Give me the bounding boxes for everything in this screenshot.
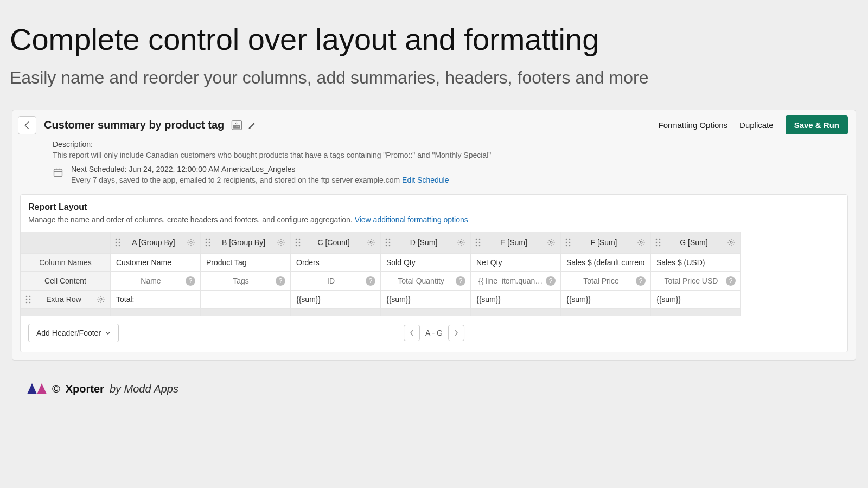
cell-content-cell[interactable]: {{ line_item.quantity * line_it? — [470, 272, 560, 290]
svg-point-60 — [26, 302, 28, 304]
pager-prev-button[interactable] — [404, 325, 420, 341]
help-icon[interactable]: ? — [276, 276, 285, 286]
column-name-input[interactable] — [111, 254, 200, 271]
svg-point-22 — [299, 239, 301, 240]
svg-point-44 — [566, 242, 567, 243]
column-pager: A - G — [404, 325, 464, 341]
svg-point-7 — [116, 239, 117, 240]
cell-content-cell[interactable]: Name? — [110, 272, 200, 290]
extra-row-input[interactable] — [471, 291, 560, 308]
svg-point-19 — [209, 245, 210, 247]
extra-row-input[interactable] — [381, 291, 470, 308]
cell-content-cell[interactable]: Total Price? — [560, 272, 650, 290]
svg-point-15 — [209, 239, 210, 240]
column-header[interactable]: E [Sum] — [470, 232, 560, 253]
schedule-details: Every 7 days, saved to the app, emailed … — [71, 176, 449, 184]
column-settings-button[interactable] — [367, 238, 375, 247]
extra-row-input[interactable] — [651, 291, 740, 308]
svg-point-62 — [100, 298, 102, 300]
svg-point-8 — [119, 239, 120, 240]
column-header[interactable]: G [Sum] — [650, 232, 741, 253]
view-formatting-options-link[interactable]: View additional formatting options — [355, 215, 468, 224]
column-settings-button[interactable] — [457, 238, 465, 247]
column-settings-button[interactable] — [277, 238, 285, 247]
help-icon[interactable]: ? — [186, 276, 195, 286]
svg-point-46 — [566, 245, 567, 247]
caret-down-icon — [105, 331, 111, 335]
column-settings-button[interactable] — [727, 238, 736, 247]
svg-point-57 — [29, 296, 31, 297]
drag-handle-icon[interactable] — [385, 238, 391, 247]
column-name-cell — [380, 253, 470, 272]
svg-text:csv: csv — [235, 125, 239, 128]
duplicate-link[interactable]: Duplicate — [739, 120, 774, 130]
svg-point-48 — [640, 241, 642, 243]
svg-point-12 — [119, 245, 120, 247]
svg-point-27 — [370, 241, 372, 243]
column-name-input[interactable] — [471, 254, 560, 271]
drag-handle-icon[interactable] — [475, 238, 481, 247]
help-icon[interactable]: ? — [456, 276, 465, 286]
schedule-details-text: Every 7 days, saved to the app, emailed … — [71, 176, 402, 184]
column-settings-button[interactable] — [187, 238, 195, 247]
add-header-footer-button[interactable]: Add Header/Footer — [28, 324, 119, 342]
column-name-input[interactable] — [561, 254, 650, 271]
extra-row-settings-button[interactable] — [97, 295, 105, 304]
svg-point-30 — [386, 242, 387, 243]
column-name-input[interactable] — [291, 254, 380, 271]
cell-content-cell[interactable]: Total Quantity? — [380, 272, 470, 290]
save-run-button[interactable]: Save & Run — [786, 115, 848, 134]
column-name-input[interactable] — [201, 254, 290, 271]
column-header[interactable]: B [Group By] — [200, 232, 290, 253]
extra-row-cell — [470, 290, 560, 309]
column-header[interactable]: C [Count] — [290, 232, 380, 253]
column-settings-button[interactable] — [547, 238, 556, 247]
cell-content-cell[interactable]: Total Price USD? — [650, 272, 741, 290]
formatting-options-link[interactable]: Formatting Options — [659, 120, 728, 130]
column-header[interactable]: D [Sum] — [380, 232, 470, 253]
extra-row-input[interactable] — [111, 291, 200, 308]
drag-handle-icon[interactable] — [295, 238, 301, 247]
svg-point-32 — [386, 245, 387, 247]
column-header[interactable]: A [Group By] — [110, 232, 200, 253]
pencil-icon — [248, 121, 257, 130]
drag-handle-icon[interactable] — [565, 238, 571, 247]
drag-handle-icon[interactable] — [655, 238, 661, 247]
extra-row-cell — [560, 290, 650, 309]
report-meta: Description: This report will only inclu… — [12, 140, 856, 184]
column-header[interactable]: F [Sum] — [560, 232, 650, 253]
drag-handle-icon[interactable] — [205, 238, 210, 247]
extra-row-input[interactable] — [201, 291, 290, 308]
extra-row-cell — [290, 290, 380, 309]
brand-byline: by Modd Apps — [110, 383, 178, 395]
help-icon[interactable]: ? — [546, 276, 556, 286]
cell-content-cell[interactable]: Tags? — [200, 272, 290, 290]
extra-row-cell — [200, 290, 290, 309]
help-icon[interactable]: ? — [636, 276, 646, 286]
column-name-input[interactable] — [651, 254, 740, 271]
column-name-input[interactable] — [381, 254, 470, 271]
svg-point-29 — [389, 239, 391, 240]
help-icon[interactable]: ? — [726, 276, 736, 286]
column-header-label: G [Sum] — [661, 238, 727, 247]
back-button[interactable] — [18, 116, 36, 134]
svg-point-21 — [296, 239, 297, 240]
drag-handle-icon[interactable] — [25, 295, 31, 304]
panel-title: Report Layout — [21, 202, 847, 212]
pager-range-label: A - G — [425, 329, 443, 337]
cell-content-cell[interactable]: ID? — [290, 272, 380, 290]
column-settings-button[interactable] — [637, 238, 646, 247]
svg-point-55 — [730, 241, 732, 243]
svg-point-43 — [569, 239, 571, 240]
edit-schedule-link[interactable]: Edit Schedule — [402, 176, 449, 184]
edit-title-button[interactable] — [248, 121, 257, 130]
help-icon[interactable]: ? — [366, 276, 375, 286]
extra-row-input[interactable] — [561, 291, 650, 308]
svg-point-11 — [116, 245, 117, 247]
svg-point-25 — [296, 245, 297, 247]
extra-row-input[interactable] — [291, 291, 380, 308]
pager-next-button[interactable] — [448, 325, 464, 341]
svg-point-42 — [566, 239, 567, 240]
drag-handle-icon[interactable] — [115, 238, 120, 247]
report-title: Customer summary by product tag — [44, 119, 224, 131]
